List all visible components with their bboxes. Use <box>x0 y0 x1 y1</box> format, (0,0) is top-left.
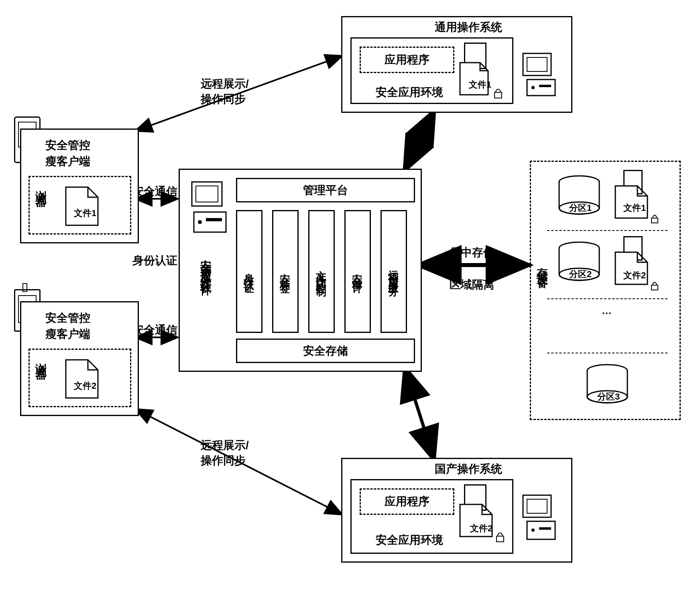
top-system-title: 通用操作系统 <box>435 20 502 35</box>
server-software-label: 安全管控服务器软件 <box>198 250 213 279</box>
svg-rect-20 <box>651 218 658 223</box>
svg-rect-23 <box>651 285 658 290</box>
p1-label: 分区1 <box>569 202 592 214</box>
bottom-file-label: 文件2 <box>470 522 492 535</box>
label-id-auth: 身份认证 <box>132 253 177 268</box>
browser-label: 浏览器 <box>33 181 48 191</box>
bottom-system-box: 国产操作系统 应用程序 安全应用环境 标签 文件2 <box>341 458 572 563</box>
pillar-identity: 身份认证 <box>236 210 262 333</box>
svg-rect-12 <box>539 85 551 87</box>
f2-label: 文件2 <box>623 269 646 282</box>
label-central-store: 集中存储 <box>450 245 494 260</box>
browser-label: 浏览器 <box>33 354 48 363</box>
file-icon <box>62 356 102 402</box>
lock-icon <box>649 213 660 224</box>
label-secure-comm-1: 安全通信 <box>132 184 177 199</box>
label-remote-sync-1: 远程展示/操作同步 <box>201 76 249 107</box>
label-secure-comm-2: 安全通信 <box>132 322 177 338</box>
svg-rect-17 <box>206 218 222 221</box>
svg-point-30 <box>531 528 535 532</box>
pillar-audit: 安全审计 <box>344 210 371 333</box>
storage-device-box: 存储设备 分区1 标签 文件1 分区2 标签 文件2 ⋮ 分区3 <box>530 161 681 420</box>
bottom-env-box: 应用程序 安全应用环境 标签 文件2 <box>350 479 513 554</box>
p3-label: 分区3 <box>597 391 620 403</box>
file-icon <box>456 500 496 541</box>
client1-title-1: 安全管控 <box>45 138 90 153</box>
platform-bar: 管理平台 <box>236 178 415 202</box>
server-box: 安全管控服务器软件 管理平台 身份认证 安全标签 文件访问控制 安全审计 远程应… <box>179 169 422 372</box>
top-env-box: 应用程序 安全应用环境 标签 文件1 <box>350 37 513 104</box>
svg-rect-26 <box>497 536 504 542</box>
svg-point-16 <box>198 220 202 224</box>
server-icon <box>188 178 232 238</box>
svg-line-5 <box>405 369 433 458</box>
bottom-system-title: 国产操作系统 <box>435 461 502 477</box>
p2-label: 分区2 <box>569 268 592 280</box>
svg-point-11 <box>531 86 535 89</box>
secure-storage-bar: 安全存储 <box>236 339 415 363</box>
client2-title-2: 瘦客户端 <box>45 326 90 342</box>
svg-rect-14 <box>196 186 218 202</box>
pillar-remote-app: 远程应用服务 <box>381 210 407 333</box>
lock-icon <box>492 87 504 99</box>
client2-browser-box: 浏览器 文件2 <box>28 349 131 407</box>
server-icon <box>519 49 563 102</box>
bottom-env-label: 安全应用环境 <box>376 533 443 548</box>
client1-browser-box: 浏览器 文件1 <box>28 176 131 235</box>
svg-rect-7 <box>494 92 502 98</box>
storage-title: 存储设备 <box>534 258 549 271</box>
top-app-box: 应用程序 <box>360 47 454 73</box>
ellipsis-dots: ⋮ <box>601 308 612 322</box>
top-file-label: 文件1 <box>469 79 491 91</box>
bottom-app-box: 应用程序 <box>360 488 454 515</box>
lock-icon <box>494 531 506 543</box>
lock-icon <box>649 280 660 291</box>
label-remote-sync-2: 远程展示/操作同步 <box>201 438 249 468</box>
pillar-file-access: 文件访问控制 <box>308 210 335 333</box>
server-icon <box>519 491 563 547</box>
svg-rect-10 <box>527 80 555 96</box>
client1-box: 安全管控 瘦客户端 浏览器 文件1 <box>20 129 139 243</box>
svg-line-4 <box>405 112 433 169</box>
svg-rect-9 <box>527 57 547 71</box>
pillar-label: 安全标签 <box>272 210 299 333</box>
top-system-box: 通用操作系统 应用程序 安全应用环境 标签 文件1 <box>341 16 572 113</box>
file-icon <box>611 248 651 288</box>
label-zone-isolate: 区域隔离 <box>450 277 494 292</box>
svg-rect-31 <box>539 527 551 530</box>
file-icon <box>62 183 102 229</box>
svg-rect-28 <box>527 499 547 513</box>
client1-title-2: 瘦客户端 <box>45 154 90 169</box>
f1-label: 文件1 <box>623 202 646 214</box>
client2-file: 文件2 <box>74 380 96 392</box>
top-env-label: 安全应用环境 <box>376 85 443 100</box>
client2-title-1: 安全管控 <box>45 310 90 326</box>
client2-box: 安全管控 瘦客户端 浏览器 文件2 <box>20 301 139 416</box>
client1-file: 文件1 <box>74 207 96 219</box>
svg-rect-29 <box>527 521 555 539</box>
